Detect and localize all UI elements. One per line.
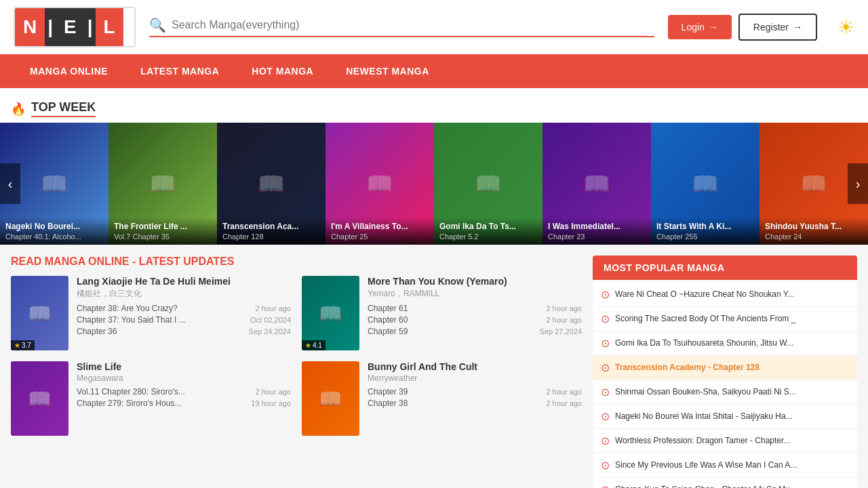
manga-thumbnail[interactable]: 📖	[11, 361, 68, 436]
manga-slider-card[interactable]: 📖 I Was Immediatel... Chapter 23	[542, 123, 651, 245]
chapter-name: Chapter 60	[368, 315, 408, 325]
manga-info-title[interactable]: Slime Life	[77, 361, 291, 372]
manga-info-title[interactable]: More Than You Know (Yemaro)	[368, 276, 582, 287]
search-area: 🔍	[149, 17, 654, 37]
chapter-item[interactable]: Vol.11 Chapter 280: Siroro's... 2 hour a…	[77, 387, 291, 396]
manga-info: More Than You Know (Yemaro) Yemaro，RAMMI…	[368, 276, 582, 350]
popular-item-text: Scoring The Sacred Body Of The Ancients …	[615, 314, 795, 325]
chapter-item[interactable]: Chapter 36 Sep 24,2024	[77, 327, 291, 336]
popular-list-item[interactable]: ⊙ Shinmai Ossan Bouken-Sha, Saikyou Paat…	[593, 380, 857, 405]
logo-n: N	[15, 8, 45, 46]
manga-info-title[interactable]: Lang Xiaojie He Ta De Huli Meimei	[77, 276, 291, 287]
manga-row: 📖 ★4.1 More Than You Know (Yemaro) Yemar…	[302, 276, 582, 350]
popular-item-icon: ⊙	[601, 434, 610, 447]
popular-list-item[interactable]: ⊙ Charao-Kun To Seiso-Chan - Chapter 14:…	[593, 478, 857, 488]
chapter-name: Chapter 39	[368, 387, 408, 396]
popular-item-text: Shinmai Ossan Bouken-Sha, Saikyou Paati …	[615, 387, 796, 398]
chapter-name: Chapter 279: Siroro's Hous...	[77, 399, 181, 408]
popular-item-icon: ⊙	[601, 483, 610, 488]
site-logo[interactable]: N | E | L	[14, 7, 136, 47]
slider-card-title: Transcension Aca...	[222, 222, 320, 231]
logo-l: L	[96, 8, 123, 46]
manga-thumbnail[interactable]: 📖 ★3.7	[11, 276, 68, 350]
chapter-item[interactable]: Chapter 38: Are You Crazy? 2 hour ago	[77, 304, 291, 313]
popular-list-item[interactable]: ⊙ Gomi Ika Da To Tsuihousareta Shounin, …	[593, 331, 857, 356]
manga-info: Bunny Girl And The Cult Merryweather Cha…	[368, 361, 582, 436]
popular-item-text: Worthless Profession: Dragon Tamer - Cha…	[615, 436, 790, 447]
popular-list-item[interactable]: ⊙ Ware Ni Cheat O ~Hazure Cheat No Shouk…	[593, 283, 857, 307]
login-button[interactable]: Login →	[668, 15, 732, 39]
chapter-item[interactable]: Chapter 38 2 hour ago	[368, 399, 582, 408]
chapter-item[interactable]: Chapter 39 2 hour ago	[368, 387, 582, 396]
chapter-item[interactable]: Chapter 59 Sep 27,2024	[368, 327, 582, 336]
login-label: Login	[682, 22, 705, 33]
nav-latest-manga[interactable]: LATEST MANGA	[124, 54, 235, 88]
chapter-name: Chapter 38	[368, 399, 408, 408]
manga-list-item: 📖 Bunny Girl And The Cult Merryweather C…	[302, 361, 582, 436]
nav-hot-manga[interactable]: HOT MANGA	[235, 54, 330, 88]
slider-card-chapter: Chapter 255	[656, 232, 754, 241]
slider-card-chapter: Chapter 25	[331, 232, 429, 241]
manga-slider-card[interactable]: 📖 The Frontier Life ... Vol.7 Chapter 35	[108, 123, 217, 245]
popular-list-item[interactable]: ⊙ Transcension Academy - Chapter 128	[593, 356, 857, 380]
nav-manga-online[interactable]: MANGA ONLINE	[14, 54, 124, 88]
manga-slider-card[interactable]: 📖 It Starts With A Ki... Chapter 255	[651, 123, 760, 245]
chapter-item[interactable]: Chapter 279: Siroro's Hous... 19 hour ag…	[77, 399, 291, 408]
register-button[interactable]: Register →	[738, 14, 817, 41]
chapter-item[interactable]: Chapter 37: You Said That I ... Oct 02,2…	[77, 315, 291, 325]
most-popular-header: MOST POPULAR MANGA	[593, 256, 857, 280]
chapter-name: Chapter 36	[77, 327, 117, 336]
manga-list-item: 📖 Slime Life Megasawara Vol.11 Chapter 2…	[11, 361, 291, 436]
chapter-date: 2 hour ago	[546, 304, 582, 312]
logo-sep: |	[45, 8, 56, 46]
nav-newest-manga[interactable]: NEWEST MANGA	[330, 54, 446, 88]
manga-thumbnail[interactable]: 📖 ★4.1	[302, 276, 359, 350]
manga-info-author: Yemaro，RAMMILL	[368, 288, 582, 300]
popular-item-text: Since My Previous Life Was A Wise Man I …	[615, 460, 797, 471]
chapter-name: Chapter 59	[368, 327, 408, 336]
popular-item-text: Transcension Academy - Chapter 128	[615, 363, 760, 373]
manga-row: 📖 Slime Life Megasawara Vol.11 Chapter 2…	[11, 361, 291, 436]
theme-toggle[interactable]: ☀	[837, 16, 854, 39]
manga-slider-card[interactable]: 📖 Transcension Aca... Chapter 128	[217, 123, 326, 245]
chapter-name: Chapter 37: You Said That I ...	[77, 315, 186, 325]
auth-buttons: Login → Register →	[668, 14, 817, 41]
popular-item-text: Gomi Ika Da To Tsuihousareta Shounin, Ji…	[615, 338, 793, 349]
manga-slider-card[interactable]: 📖 Gomi Ika Da To Ts... Chapter 5.2	[434, 123, 542, 245]
chapter-list: Vol.11 Chapter 280: Siroro's... 2 hour a…	[77, 387, 291, 408]
login-icon: →	[709, 22, 718, 33]
chapter-date: 2 hour ago	[546, 316, 582, 324]
chapter-date: Oct 02,2024	[250, 316, 291, 324]
chapter-item[interactable]: Chapter 60 2 hour ago	[368, 315, 582, 325]
logo-e: E	[56, 8, 85, 46]
most-popular-section: MOST POPULAR MANGA ⊙ Ware Ni Cheat O ~Ha…	[593, 256, 857, 488]
manga-thumbnail[interactable]: 📖	[302, 361, 359, 436]
manga-list-item: 📖 ★3.7 Lang Xiaojie He Ta De Huli Meimei…	[11, 276, 291, 350]
slider-next-button[interactable]: ›	[848, 163, 868, 204]
right-panel: MOST POPULAR MANGA ⊙ Ware Ni Cheat O ~Ha…	[593, 256, 857, 488]
popular-list-item[interactable]: ⊙ Worthless Profession: Dragon Tamer - C…	[593, 429, 857, 453]
manga-info-title[interactable]: Bunny Girl And The Cult	[368, 361, 582, 372]
chapter-date: 19 hour ago	[251, 399, 291, 407]
popular-item-icon: ⊙	[601, 386, 610, 399]
slider-card-chapter: Chapter 5.2	[439, 232, 537, 241]
popular-list-item[interactable]: ⊙ Nageki No Bourei Wa Intai Shitai - Sai…	[593, 405, 857, 429]
chapter-name: Chapter 38: Are You Crazy?	[77, 304, 178, 313]
chapter-item[interactable]: Chapter 61 2 hour ago	[368, 304, 582, 313]
slider-card-chapter: Chapter 40.1: Alcoho...	[5, 232, 103, 241]
popular-item-icon: ⊙	[601, 288, 610, 301]
manga-slider-card[interactable]: 📖 I'm A Villainess To... Chapter 25	[326, 123, 434, 245]
slider-prev-button[interactable]: ‹	[0, 163, 20, 204]
top-week-header: 🔥 TOP WEEK	[0, 95, 868, 123]
slider-card-chapter: Chapter 23	[548, 232, 646, 241]
chapter-date: 2 hour ago	[255, 388, 291, 396]
slider-card-title: Nageki No Bourei...	[5, 222, 103, 231]
chapter-date: 2 hour ago	[255, 304, 291, 312]
top-week-section: 🔥 TOP WEEK ‹ 📖 Nageki No Bourei... Chapt…	[0, 88, 868, 245]
chapter-date: 2 hour ago	[546, 399, 582, 407]
manga-rating: ★4.1	[302, 340, 326, 350]
popular-list-item[interactable]: ⊙ Since My Previous Life Was A Wise Man …	[593, 453, 857, 478]
chapter-date: 2 hour ago	[546, 388, 582, 396]
popular-list-item[interactable]: ⊙ Scoring The Sacred Body Of The Ancient…	[593, 307, 857, 331]
search-input[interactable]	[172, 19, 654, 31]
